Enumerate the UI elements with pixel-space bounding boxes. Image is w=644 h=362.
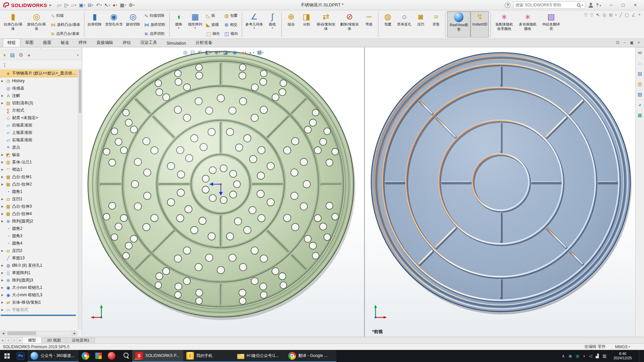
boundary-cut[interactable]: ≋ 边界切割 ▾ [142,29,168,38]
expand-icon[interactable]: ▶ [1,212,5,215]
feature-tree-item[interactable]: ▶ ◔ 圆角1 [0,188,78,195]
instant3d[interactable]: ↯ Instant3D ▾ [470,11,489,38]
search-input[interactable] [515,3,576,7]
feature-tree-item[interactable]: ▶ ◎ 传感器 [0,85,78,92]
tab-evaluate[interactable]: 评估 [118,39,136,47]
expand-icon[interactable]: ▶ [1,264,5,267]
browser-pinwheel-button[interactable] [79,350,92,362]
ribbon-separator[interactable]: ▾ [169,12,170,37]
browser-360-window[interactable]: 公众号 - 360极速... [28,350,79,362]
loft-cut[interactable]: ⋈ 放样切割 ▾ [142,20,168,29]
feature-tree-item[interactable]: ▶ ◔ 圆角3 [0,232,78,240]
extrude-boss[interactable]: ▮ 拉伸凸台/基体 ▾ [1,11,25,38]
doc-pin-icon[interactable]: ⊡ [616,40,620,45]
extrude-cut[interactable]: ▮ 拉伸切除 ▾ [86,11,103,38]
expand-icon[interactable]: ▶ [1,220,5,223]
expand-icon[interactable]: ▶ [1,286,5,289]
expand-icon[interactable]: ▶ [1,249,5,252]
custom-properties-icon[interactable]: ▦ [638,112,642,118]
search-icon[interactable] [577,3,580,7]
revolve-cut[interactable]: ◎ 旋转切除 ▾ [125,11,142,38]
tabs-first-icon[interactable]: « [0,337,6,343]
fillet[interactable]: ◖ 圆角 ▾ [171,11,187,38]
feature-tree-item[interactable]: ▶ ▱ 右视基准面 [0,136,78,144]
expand-icon[interactable]: ▶ [1,102,5,105]
select-arrow-icon[interactable]: ↖ ▾ [103,2,111,8]
feature-tree-item[interactable]: ▶ ▥ 基体-法兰1 [0,158,78,166]
expand-icon[interactable]: ▶ [1,301,5,304]
photoshop-button[interactable] [14,350,28,362]
feature-tree-item[interactable]: ▶ ◘ 压凹2 [0,247,78,254]
tree-vertical-scrollbar[interactable] [78,69,82,329]
tab-surfaces[interactable]: 曲面 [38,39,56,47]
ribbon-separator[interactable]: ▾ [84,12,85,37]
feature-tree-item[interactable]: ▶ ◠ 褶边1 [0,166,78,173]
search-dropdown-icon[interactable]: ▾ [582,4,583,7]
translate-macro[interactable]: ▧ 特征名翻译宏 ▾ [539,11,563,38]
table-icon[interactable]: ▦ ▾ [119,2,127,8]
options-icon[interactable]: ⚙ ▾ [128,2,136,8]
expand-icon[interactable]: ▶ [1,161,5,164]
ribbon-separator[interactable]: ▾ [445,12,446,37]
tray-blue-icon[interactable]: ◉ [568,354,572,358]
show-desktop-button[interactable] [639,350,641,362]
zoom-fit-icon[interactable]: ◎ ▾ [182,49,189,56]
new-document-icon[interactable]: ▯ ▾ [63,2,69,8]
expand-icon[interactable]: ▶ [1,294,5,297]
feature-tree-item[interactable]: ▶ ◉ 大小mm 暗销孔1 [0,284,78,291]
magnify-icon[interactable]: ◎ [602,12,606,17]
record-button[interactable] [105,350,118,362]
tray-ime-icon[interactable]: ▥ [603,354,606,358]
design-library-icon[interactable]: ▤ [638,71,642,76]
tab-analysis-prep[interactable]: 分析准备 [191,39,217,47]
shell[interactable]: ▢ 抽壳 ▾ [204,29,222,38]
wrap[interactable]: ◍ 包覆 ▾ [222,11,240,20]
edit-appearance-icon[interactable]: ● ▾ [241,49,247,56]
doc-restore-icon[interactable]: ▣ [630,40,634,45]
open-icon[interactable]: ▱ ▾ [70,2,77,8]
tab-model[interactable]: 模型 [23,337,42,343]
feature-tree-item[interactable]: ▶ ▦ 凸台-拉伸4 [0,210,78,217]
doc-minimize-icon[interactable]: − [624,40,626,45]
minimize-button[interactable]: − [605,1,617,9]
feature-tree-item[interactable]: ▶ ⇄ 实体-移动/复制1 [0,299,78,306]
feature-tree-item[interactable]: ▶ ◘ 压凹1 [0,195,78,203]
feature-tree-item[interactable]: ▶ ▱ 上视基准面 [0,129,78,136]
solidworks-window-button[interactable]: 2019 SOLIDWORKS P... [132,350,183,362]
help-circle-icon[interactable]: ? [505,2,510,8]
configuration-manager-icon[interactable]: ⚙ [19,52,23,58]
scrollbar-thumb[interactable] [79,69,81,113]
viewport-left[interactable]: ◎ ▾ ⊡ ▾ ↶ ▾ ◧ ▾ ◈ ▾ ◪ ▾ ◉ ▾ ● ▾ ◐ ▾ ▦ ▾ [83,47,364,337]
search-box[interactable]: ▾ [513,1,585,9]
feature-tree-item[interactable]: ▶ ⊛ 阵列(圆周)2 [0,217,78,225]
expand-icon[interactable]: ▶ [1,168,5,171]
scrollbar-track[interactable] [6,331,71,336]
help-menu-icon[interactable]: ? ▾ [596,3,601,7]
previous-view-icon[interactable]: ↶ ▾ [197,49,203,56]
indent-feature[interactable]: ◙ 压凹 ▾ [413,11,428,38]
feature-tree-item[interactable]: ▶ ▦ 凸台-拉伸1 [0,173,78,180]
expand-icon[interactable]: ▶ [1,198,5,201]
close-button[interactable]: × [629,1,641,9]
scrollbar-thumb[interactable] [7,331,36,335]
hole-wizard[interactable]: ◉ 异型孔向导 ▾ [103,11,125,38]
ribbon-separator[interactable]: ▾ [490,12,491,37]
flex[interactable]: ∽ 弯曲 ▾ [361,11,377,38]
explorer-window[interactable]: H:\微信公众号\1... [234,350,285,362]
curves[interactable]: ∫ 曲线 ▾ [264,11,280,38]
tab-direct-editing[interactable]: 直接编辑 [92,39,118,47]
feature-tree-item[interactable]: ▶ ◉ 大小mm 暗销孔3 [0,291,78,299]
display-manager-icon[interactable]: ◕ [27,52,30,58]
select-arrow-icon[interactable]: ↖ [596,12,600,17]
sweep[interactable]: ∿ 扫描 ▾ [48,11,83,20]
feature-tree-item[interactable]: ▶ ╱ 草图13 [0,254,78,262]
start-button[interactable] [0,350,14,362]
taskbar-clock[interactable]: 8:40 2024/12/25 [610,352,635,360]
feature-tree-item[interactable]: ▶ ∑ 方程式 [0,107,78,114]
realview-sphere[interactable]: RealView图形 ▾ [447,11,470,38]
user-icon[interactable] [588,2,593,8]
property-manager-icon[interactable]: ▤ [10,52,15,58]
tree-horizontal-scrollbar[interactable]: ◀ ▶ [1,331,77,336]
search-app-button[interactable] [118,350,132,362]
tab-motion-study-1[interactable]: 运动算例1 [66,337,95,343]
